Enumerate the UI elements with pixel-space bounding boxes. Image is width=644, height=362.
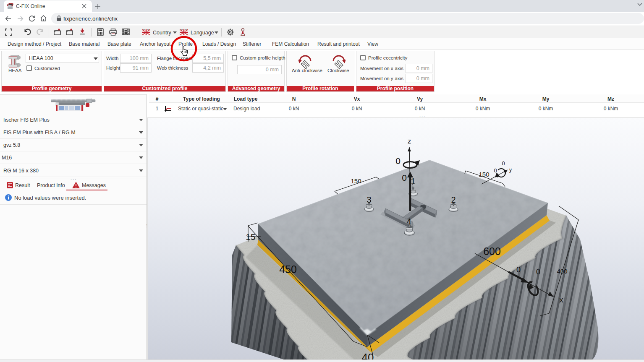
svg-text:4: 4: [406, 217, 411, 226]
svg-text:0: 0: [502, 160, 505, 167]
svg-text:0: 0: [536, 268, 540, 276]
svg-text:400: 400: [557, 268, 567, 275]
svg-text:15: 15: [246, 232, 255, 242]
svg-text:2: 2: [451, 195, 456, 204]
svg-text:3: 3: [367, 195, 371, 204]
svg-text:450: 450: [279, 263, 297, 275]
svg-text:0: 0: [395, 156, 401, 166]
svg-text:0: 0: [516, 266, 521, 274]
svg-text:600: 600: [483, 245, 501, 257]
svg-text:0: 0: [494, 167, 497, 174]
svg-text:150: 150: [351, 177, 361, 185]
svg-text:z: z: [408, 137, 411, 145]
svg-text:150: 150: [479, 171, 489, 178]
svg-text:y: y: [509, 167, 512, 173]
svg-text:0: 0: [402, 173, 407, 182]
svg-text:1: 1: [411, 177, 415, 186]
svg-text:x: x: [560, 296, 563, 304]
